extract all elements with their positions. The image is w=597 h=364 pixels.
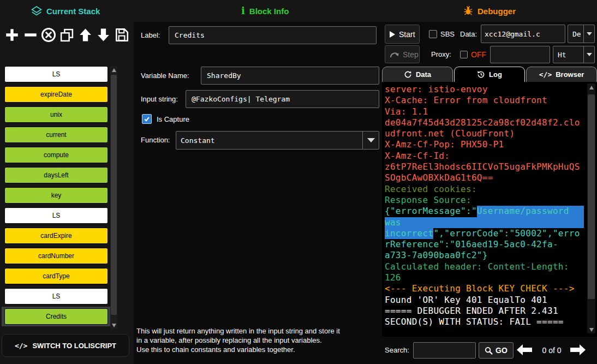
chevron-down-icon — [587, 32, 592, 35]
scroll-up-icon[interactable] — [110, 66, 117, 74]
stack-block-unix[interactable]: unix — [4, 106, 108, 123]
log-scrollbar[interactable] — [587, 83, 595, 333]
log-lines: server: istio-envoyX-Cache: Error from c… — [385, 84, 584, 328]
search-label: Search: — [385, 346, 409, 354]
variable-name-input[interactable] — [201, 67, 379, 85]
block-info-title: Block Info — [249, 7, 289, 16]
move-up-button[interactable] — [76, 26, 94, 44]
arrow-up-icon — [78, 27, 93, 43]
save-config-button[interactable] — [113, 26, 130, 44]
code-icon: </> — [539, 70, 552, 79]
save-icon — [114, 27, 129, 43]
stack-scrollbar[interactable] — [110, 66, 117, 329]
code-icon: </> — [15, 342, 27, 350]
debugger-log: server: istio-envoyX-Cache: Error from c… — [382, 82, 597, 337]
input-string-input[interactable] — [186, 90, 379, 108]
tab-data[interactable]: Data — [382, 67, 453, 82]
match-count: 0 of 0 — [535, 346, 569, 355]
log-scroll-thumb[interactable] — [588, 94, 595, 299]
tab-browser[interactable]: </> Browser — [526, 67, 597, 82]
function-value: Constant — [176, 132, 362, 149]
debugger-header: Debugger — [463, 0, 516, 22]
switch-to-loliscript-label: SWITCH TO LOLISCRIPT — [32, 342, 116, 350]
proxy-type-select[interactable]: Ht — [553, 46, 595, 63]
block-info-header: i Block Info — [241, 0, 289, 22]
stack-block-cardExpire[interactable]: cardExpire — [4, 228, 108, 244]
openbullet-window: Current Stack i Block Info Debugger — [0, 0, 597, 364]
variable-name-caption: Variable Name: — [141, 71, 189, 80]
is-capture-label: Is Capture — [157, 115, 189, 123]
data-label: Data: — [460, 30, 477, 38]
previous-match-button[interactable] — [516, 344, 533, 357]
proxy-input[interactable] — [490, 46, 550, 63]
block-description: This will just return anything written i… — [136, 326, 383, 354]
stack-block-expireDate[interactable]: expireDate — [4, 86, 108, 103]
search-input[interactable] — [413, 342, 476, 359]
stack-panel: LSexpireDateunixcurrentcomputedaysLeftke… — [0, 22, 134, 364]
clone-block-button[interactable] — [58, 26, 76, 44]
search-go-button[interactable]: GO — [479, 342, 514, 359]
move-down-button[interactable] — [95, 26, 112, 44]
stack-block-Credits[interactable]: Credits — [4, 308, 108, 325]
is-capture-checkbox[interactable] — [142, 114, 152, 124]
tab-log[interactable]: Log — [454, 67, 525, 82]
plus-icon — [4, 27, 20, 43]
tab-data-label: Data — [416, 70, 431, 79]
stack-block-cardType[interactable]: cardType — [4, 268, 108, 284]
arrow-left-icon — [516, 344, 533, 356]
debugger-title: Debugger — [477, 7, 516, 16]
sbs-checkbox[interactable] — [429, 30, 437, 38]
stack-block-daysLeft[interactable]: daysLeft — [4, 167, 108, 183]
stack-layers-icon — [31, 5, 42, 16]
step-button[interactable]: Step — [385, 45, 420, 63]
switch-to-loliscript-button[interactable]: </> SWITCH TO LOLISCRIPT — [2, 334, 129, 357]
stack-block-compute[interactable]: compute — [4, 147, 108, 163]
debugger-panel: Start SBS Data: De Step Proxy: OFF Ht — [382, 22, 597, 364]
function-select[interactable]: Constant — [176, 131, 379, 150]
play-icon — [390, 31, 395, 38]
history-icon — [477, 70, 485, 79]
wordlist-type-value: De — [568, 25, 583, 43]
bug-icon — [463, 6, 473, 16]
wordlist-type-select[interactable]: De — [568, 25, 595, 43]
proxy-checkbox[interactable] — [460, 51, 468, 58]
stack-block-current[interactable]: current — [4, 127, 108, 143]
stack-scroll-thumb[interactable] — [111, 75, 117, 315]
chevron-down-icon — [587, 53, 592, 56]
search-icon — [485, 347, 493, 355]
label-caption: Label: — [141, 31, 160, 39]
step-icon — [390, 51, 399, 58]
label-input[interactable] — [169, 26, 377, 44]
step-label: Step — [403, 50, 419, 59]
go-label: GO — [495, 346, 508, 355]
stack-block-LS[interactable]: LS — [4, 66, 108, 82]
stack-block-cardNumber[interactable]: cardNumber — [4, 248, 108, 264]
scroll-up-icon[interactable] — [587, 83, 595, 91]
scroll-down-icon[interactable] — [110, 321, 117, 329]
arrow-right-icon — [570, 344, 586, 356]
next-match-button[interactable] — [570, 344, 586, 357]
info-icon: i — [241, 6, 245, 16]
chevron-down-icon — [367, 138, 375, 142]
refresh-icon — [404, 70, 412, 79]
remove-block-button[interactable] — [22, 26, 39, 44]
stack-block-LS[interactable]: LS — [4, 207, 108, 224]
top-bar: Current Stack i Block Info Debugger — [0, 0, 597, 22]
start-button[interactable]: Start — [385, 25, 420, 44]
proxy-status: OFF — [471, 50, 486, 59]
minus-icon — [23, 27, 38, 43]
tab-browser-label: Browser — [556, 70, 584, 79]
start-label: Start — [399, 30, 415, 39]
clone-icon — [59, 28, 74, 43]
clear-stack-button[interactable] — [40, 26, 57, 44]
stack-toolbar — [3, 25, 130, 45]
function-caption: Function: — [141, 136, 170, 144]
input-string-caption: Input string: — [141, 95, 178, 103]
stack-block-LS[interactable]: LS — [4, 288, 108, 305]
current-stack-title: Current Stack — [46, 7, 100, 16]
add-block-button[interactable] — [3, 26, 21, 44]
scroll-down-icon[interactable] — [587, 326, 595, 333]
data-input[interactable] — [481, 25, 565, 43]
stack-list: LSexpireDateunixcurrentcomputedaysLeftke… — [4, 66, 108, 329]
stack-block-key[interactable]: key — [4, 187, 108, 204]
